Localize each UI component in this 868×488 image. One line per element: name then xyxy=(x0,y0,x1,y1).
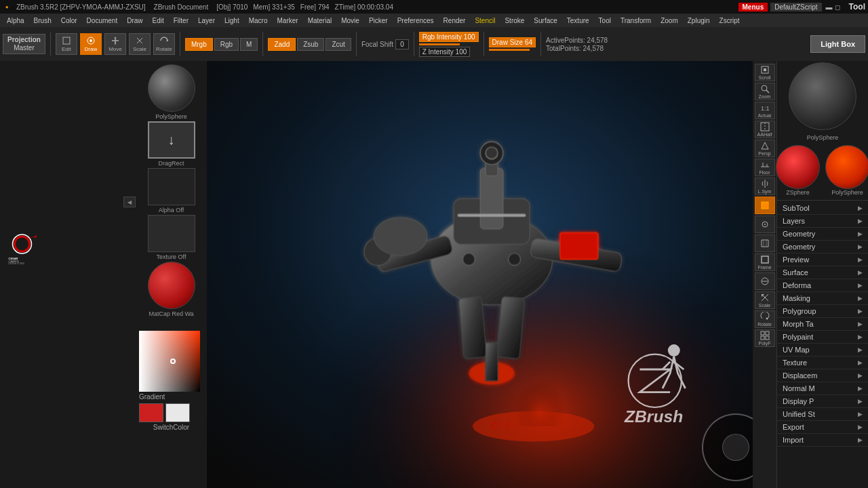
canvas[interactable]: ZBrush C - I xyxy=(207,61,776,488)
zadd-toggle[interactable]: Zadd xyxy=(268,38,296,51)
menu-marker[interactable]: Marker xyxy=(273,16,302,25)
edit-button[interactable]: Edit xyxy=(56,33,77,55)
menu-light[interactable]: Light xyxy=(220,16,243,25)
menu-zscript[interactable]: Zscript xyxy=(715,16,744,25)
rgb-intensity-slider[interactable] xyxy=(419,43,460,45)
rgb-toggle[interactable]: Rgb xyxy=(214,38,239,51)
zcut-toggle[interactable]: Zcut xyxy=(326,38,351,51)
color-picker[interactable] xyxy=(139,331,200,392)
zsphere-label[interactable]: ZSphere xyxy=(776,189,820,196)
rp-menu-item-layers[interactable]: Layers▶ xyxy=(777,215,868,228)
color-gradient[interactable] xyxy=(139,331,200,392)
rp-menu-item-texture[interactable]: Texture▶ xyxy=(777,357,868,369)
zoom-button[interactable]: Zoom xyxy=(755,83,775,100)
rp-menu-item-uvmap[interactable]: UV Map▶ xyxy=(777,344,868,357)
drag-rect-button[interactable]: ↓ xyxy=(148,121,195,159)
maximize-icon[interactable]: ◻ xyxy=(835,3,840,11)
rt-orange-btn-1[interactable] xyxy=(755,197,775,214)
menu-edit[interactable]: Edit xyxy=(149,16,168,25)
menu-stroke[interactable]: Stroke xyxy=(500,16,528,25)
rgb-intensity-value[interactable]: Rgb Intensity 100 xyxy=(419,32,479,42)
rp-menu-item-deforma[interactable]: Deforma▶ xyxy=(777,279,868,292)
primary-color-swatch[interactable] xyxy=(139,403,163,422)
collapse-left-button[interactable]: ◀ xyxy=(123,197,136,207)
rotate-rt-button[interactable]: Rotate xyxy=(755,310,775,328)
rt-icon-btn-3[interactable] xyxy=(755,235,775,252)
menu-zplugin[interactable]: Zplugin xyxy=(684,16,714,25)
rp-menu-item-unifiedst[interactable]: Unified St▶ xyxy=(777,408,868,421)
menu-movie[interactable]: Movie xyxy=(337,16,363,25)
menu-alpha[interactable]: Alpha xyxy=(3,16,28,25)
menu-filter[interactable]: Filter xyxy=(170,16,193,25)
rp-menu-item-morphta[interactable]: Morph Ta▶ xyxy=(777,318,868,331)
rp-menu-item-geometry[interactable]: Geometry▶ xyxy=(777,228,868,241)
aahalf-button[interactable]: AAHalf xyxy=(755,121,775,138)
projection-master-button[interactable]: Projection Master xyxy=(3,34,45,54)
tool-preview-sphere[interactable] xyxy=(789,62,856,130)
menu-layer[interactable]: Layer xyxy=(194,16,219,25)
rp-menu-item-import[interactable]: Import▶ xyxy=(777,434,868,447)
menus-button[interactable]: Menus xyxy=(738,3,768,12)
rp-menu-item-preview[interactable]: Preview▶ xyxy=(777,253,868,266)
polysphere-label-1[interactable]: PolySphere xyxy=(807,134,839,141)
menu-color[interactable]: Color xyxy=(57,16,81,25)
rp-menu-item-displayp[interactable]: Display P▶ xyxy=(777,395,868,408)
lsym-button[interactable]: L.Sym xyxy=(755,178,775,195)
menu-render[interactable]: Render xyxy=(439,16,470,25)
menu-stencil[interactable]: Stencil xyxy=(471,16,499,25)
scroll-button[interactable]: Scroll xyxy=(755,64,775,81)
frame-button[interactable]: Frame xyxy=(755,253,775,271)
actual-button[interactable]: 1:1 Actual xyxy=(755,102,775,119)
mrgb-toggle[interactable]: Mrgb xyxy=(185,38,213,51)
toolbar-sep-1 xyxy=(50,32,51,56)
alpha-preview[interactable] xyxy=(148,168,195,205)
menu-transform[interactable]: Transform xyxy=(616,16,655,25)
rp-menu-item-geometry[interactable]: Geometry▶ xyxy=(777,241,868,253)
m-toggle[interactable]: M xyxy=(240,38,258,51)
red-sphere-preview[interactable] xyxy=(776,145,820,189)
menu-macro[interactable]: Macro xyxy=(245,16,272,25)
rp-menu-item-export[interactable]: Export▶ xyxy=(777,421,868,434)
rp-menu-item-surface[interactable]: Surface▶ xyxy=(777,266,868,279)
draw-size-value[interactable]: Draw Size 64 xyxy=(489,37,536,47)
menu-preferences[interactable]: Preferences xyxy=(393,16,438,25)
default-script-button[interactable]: DefaultZScript xyxy=(770,3,821,12)
persp-button[interactable]: Persp xyxy=(755,140,775,157)
focal-shift-value[interactable]: 0 xyxy=(395,39,409,49)
menu-document[interactable]: Document xyxy=(83,16,122,25)
rp-menu-item-masking[interactable]: Masking▶ xyxy=(777,292,868,305)
scale-rt-button[interactable]: Scale xyxy=(755,291,775,309)
rp-menu-item-displacem[interactable]: Displacem▶ xyxy=(777,369,868,382)
move-button[interactable]: Move xyxy=(104,33,126,55)
minimize-icon[interactable]: ▬ xyxy=(826,3,833,11)
polysphere-label-2[interactable]: PolySphere xyxy=(825,189,868,196)
rt-icon-btn-4[interactable] xyxy=(755,272,775,290)
scale-button[interactable]: Scale xyxy=(129,33,151,55)
menu-texture[interactable]: Texture xyxy=(563,16,593,25)
matcap-sphere-preview[interactable] xyxy=(148,262,195,309)
zsphere-preview[interactable] xyxy=(825,145,868,189)
draw-size-slider[interactable] xyxy=(489,49,530,51)
rp-menu-item-polygroup[interactable]: Polygroup▶ xyxy=(777,305,868,318)
rotate-button[interactable]: Rotate xyxy=(153,33,175,55)
menu-picker[interactable]: Picker xyxy=(365,16,392,25)
secondary-color-swatch[interactable] xyxy=(165,403,190,422)
rp-menu-item-polypaint[interactable]: Polypaint▶ xyxy=(777,331,868,344)
menu-tool[interactable]: Tool xyxy=(595,16,615,25)
draw-button[interactable]: Draw xyxy=(80,33,102,55)
rp-menu-item-subtool[interactable]: SubTool▶ xyxy=(777,202,868,215)
brush-sphere-preview[interactable] xyxy=(148,64,195,112)
menu-draw[interactable]: Draw xyxy=(123,16,146,25)
light-box-button[interactable]: Light Box xyxy=(810,35,865,53)
z-intensity-value[interactable]: Z Intensity 100 xyxy=(419,47,471,57)
menu-zoom[interactable]: Zoom xyxy=(656,16,682,25)
floor-button[interactable]: Floor xyxy=(755,159,775,176)
menu-material[interactable]: Material xyxy=(304,16,336,25)
menu-brush[interactable]: Brush xyxy=(30,16,56,25)
polyf-button[interactable]: PolyF xyxy=(755,329,775,347)
zsub-toggle[interactable]: Zsub xyxy=(297,38,324,51)
texture-preview[interactable] xyxy=(148,215,195,252)
menu-surface[interactable]: Surface xyxy=(530,16,561,25)
rp-menu-item-normalm[interactable]: Normal M▶ xyxy=(777,382,868,395)
rt-icon-btn-2[interactable] xyxy=(755,216,775,233)
